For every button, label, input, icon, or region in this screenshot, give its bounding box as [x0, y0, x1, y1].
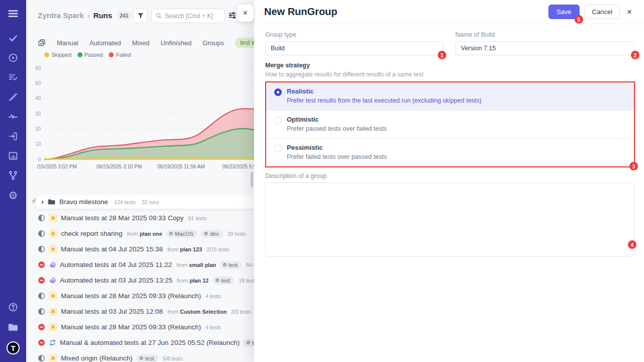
blocked-status-icon — [38, 277, 45, 284]
drawer-edge-close-button[interactable]: × — [237, 5, 254, 22]
search-box[interactable] — [151, 9, 225, 23]
group-type-input[interactable] — [265, 41, 443, 55]
run-row[interactable]: Automated tests at 03 Jul 2025 13:25from… — [26, 273, 254, 288]
folder-expand-chevron[interactable]: › — [41, 198, 44, 205]
funnel-icon — [137, 12, 144, 20]
sign-in-icon[interactable] — [0, 129, 26, 144]
merge-option-optimistic[interactable]: Optimistic Prefer passed tests over fail… — [266, 111, 634, 139]
run-title: Mixed origin (Relaunch) — [61, 354, 133, 362]
env-chip[interactable]: ⚙test — [243, 339, 254, 347]
pulse-icon[interactable] — [0, 109, 26, 124]
scrollbar-thumb[interactable] — [251, 172, 253, 187]
search-icon — [155, 13, 162, 19]
run-row[interactable]: Manual tests at 28 Mar 2025 09:33 Copy61… — [26, 210, 254, 226]
partial-status-icon — [38, 214, 45, 222]
description-label: Description of a group — [265, 172, 634, 179]
breadcrumb-project[interactable]: Zyntra Spark — [38, 11, 84, 20]
menu-icon[interactable] — [0, 6, 26, 21]
runs-tabs: ManualAutomatedMixedUnfinishedGroups tes… — [38, 37, 254, 48]
run-row[interactable]: Manual tests at 28 Mar 2025 09:33 (Relau… — [26, 288, 254, 304]
annotation-badge-2: 2 — [631, 51, 639, 59]
svg-text:20: 20 — [35, 126, 41, 132]
run-row[interactable]: Manual tests at 04 Jul 2025 15:38from pl… — [26, 241, 254, 257]
folder-tests-count: 124 tests — [114, 199, 136, 205]
group-type-label: Group type — [265, 31, 443, 38]
env-chip[interactable]: ⚙test — [220, 261, 242, 269]
manual-run-icon — [49, 214, 57, 222]
manual-run-icon — [49, 354, 57, 362]
chart-legend: SkippedPassedFailed — [44, 52, 131, 58]
view-settings-icon[interactable] — [228, 11, 236, 20]
env-chip[interactable]: ⚙test — [136, 354, 158, 362]
manual-run-icon — [49, 292, 57, 300]
radio-icon[interactable] — [274, 88, 282, 96]
legend-failed: Failed — [109, 52, 131, 58]
save-button[interactable]: Save 5 — [548, 5, 580, 19]
runs-header: Zyntra Spark › Runs 241 — [26, 0, 254, 30]
run-row[interactable]: Manual tests at 28 Mar 2025 09:33 (Relau… — [26, 319, 254, 335]
new-rungroup-drawer: × New RunGroup Save 5 Cancel × Group typ… — [254, 0, 644, 362]
merge-option-desc: Prefer test results from the last execut… — [287, 97, 481, 104]
merge-strategy-helper: How to aggregate results for different r… — [265, 71, 634, 78]
run-title: Manual tests at 03 Jul 2025 12:08 — [61, 308, 163, 315]
gear-icon[interactable]: ⚙ — [0, 188, 26, 203]
drawer-header: New RunGroup Save 5 Cancel × — [254, 0, 644, 24]
check-icon[interactable] — [0, 31, 26, 46]
env-chip[interactable]: ⚙test — [212, 277, 234, 285]
partial-status-icon — [38, 292, 45, 300]
drawer-close-icon[interactable]: × — [625, 7, 634, 17]
svg-text:06/15/2025 3:10 PM: 06/15/2025 3:10 PM — [97, 164, 142, 169]
run-tests-count: 3/3 tests — [231, 309, 252, 315]
svg-text:/15/2025 3:02 PM: /15/2025 3:02 PM — [37, 164, 77, 169]
tab-groups[interactable]: Groups — [203, 39, 224, 47]
merge-option-desc: Prefer passed tests over failed tests — [287, 125, 387, 132]
run-row[interactable]: Manual & automated tests at 27 Jun 2025 … — [26, 335, 254, 350]
merge-option-desc: Prefer failed tests over passed tests — [287, 153, 387, 160]
help-icon[interactable] — [0, 300, 26, 315]
svg-text:06/19/2025 11:56 AM: 06/19/2025 11:56 AM — [157, 164, 205, 169]
save-button-label: Save — [556, 8, 572, 16]
tab-automated[interactable]: Automated — [90, 39, 121, 47]
play-icon[interactable] — [0, 50, 26, 65]
radio-icon[interactable] — [274, 117, 282, 124]
tab-mixed[interactable]: Mixed — [132, 39, 150, 47]
merge-option-title: Optimistic — [287, 116, 387, 123]
env-chip[interactable]: ⚙MacOS — [166, 230, 198, 238]
partial-status-icon — [38, 354, 45, 362]
bar-chart-icon[interactable] — [0, 148, 26, 163]
select-runs-icon[interactable] — [38, 39, 46, 47]
filter-button[interactable] — [133, 9, 148, 23]
run-title: Manual tests at 28 Mar 2025 09:33 (Relau… — [61, 323, 201, 331]
sidebar-rail: ⚙ T — [0, 0, 26, 362]
steps-icon[interactable] — [0, 89, 26, 105]
runs-trend-chart: 0102030405060/15/2025 3:02 PM06/15/2025 … — [26, 60, 254, 172]
annotation-badge-5: 5 — [575, 15, 583, 24]
branch-icon[interactable] — [0, 168, 26, 183]
gear-icon: ⚙ — [246, 340, 251, 345]
svg-text:30: 30 — [35, 111, 41, 117]
pin-icon[interactable] — [30, 198, 37, 205]
run-row[interactable]: Mixed origin (Relaunch)⚙test5/8 tests — [26, 350, 254, 362]
folder-icon[interactable] — [0, 320, 26, 335]
list-check-icon[interactable] — [0, 70, 26, 85]
brand-logo[interactable]: T — [0, 340, 26, 355]
run-row[interactable]: check report sharingfrom plan one⚙MacOS⚙… — [26, 226, 254, 241]
milestone-folder-row[interactable]: › Bravo milestone 124 tests 32 runs — [36, 195, 254, 209]
description-textarea[interactable] — [265, 183, 634, 257]
build-name-input[interactable] — [455, 41, 634, 55]
merge-option-realistic[interactable]: Realistic Prefer test results from the l… — [266, 82, 634, 111]
run-title: Manual tests at 28 Mar 2025 09:33 Copy — [61, 214, 184, 222]
run-row[interactable]: Automated tests at 04 Jul 2025 11:22from… — [26, 257, 254, 273]
runs-list: Manual tests at 28 Mar 2025 09:33 Copy61… — [26, 210, 254, 362]
env-chip[interactable]: ⚙dev — [201, 230, 223, 238]
run-source: from Custom Selection — [168, 309, 227, 315]
radio-icon[interactable] — [274, 145, 282, 152]
breadcrumb-page[interactable]: Runs — [93, 11, 112, 20]
merge-option-pessimistic[interactable]: Pessimistic Prefer failed tests over pas… — [266, 139, 634, 166]
gear-icon: ⚙ — [139, 356, 144, 361]
search-input[interactable] — [165, 13, 220, 20]
tab-unfinished[interactable]: Unfinished — [160, 39, 191, 47]
tab-manual[interactable]: Manual — [57, 39, 78, 47]
run-row[interactable]: Manual tests at 03 Jul 2025 12:08from Cu… — [26, 304, 254, 319]
cancel-button[interactable]: Cancel — [585, 5, 620, 19]
